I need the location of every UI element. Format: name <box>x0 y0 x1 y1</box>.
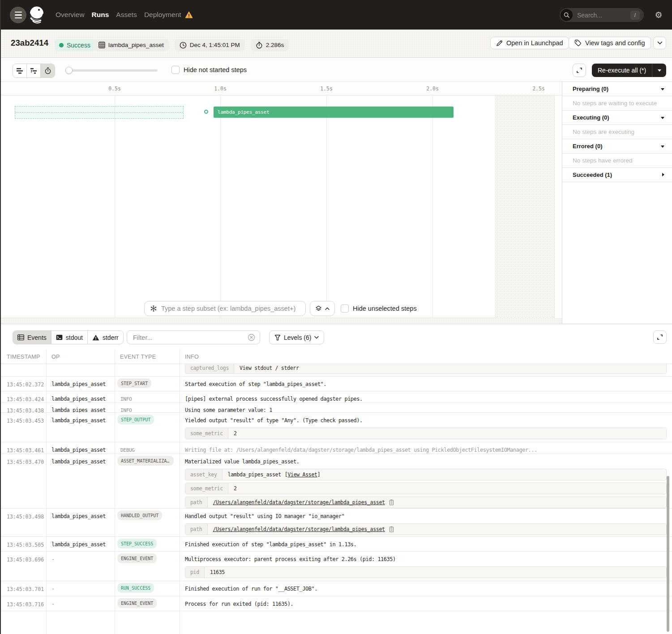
nav-item-assets[interactable]: Assets <box>116 11 137 19</box>
log-row[interactable]: 13:45:03.424lambda_pipes_assetINFO[pipes… <box>0 391 672 403</box>
job-name-tag[interactable]: lambda_pipes_asset <box>94 39 169 51</box>
run-duration-tag: 2.286s <box>251 39 289 51</box>
log-info: Multiprocess executor: parent process ex… <box>185 556 665 562</box>
open-in-launchpad-button[interactable]: Open in Launchpad <box>490 37 569 49</box>
log-op: - <box>51 556 55 562</box>
metadata-entry-pid: pid11635 <box>185 566 667 578</box>
search-icon <box>561 9 573 21</box>
step-subset-input[interactable]: Type a step subset (ex: lambda_pipes_ass… <box>144 301 306 316</box>
metadata-key: some_metric <box>185 483 228 494</box>
col-op: OP <box>51 354 60 360</box>
gantt-bottom-strip <box>0 318 562 324</box>
zoom-slider-knob[interactable] <box>65 67 73 74</box>
metadata-key: captured_logs <box>185 364 234 373</box>
tab-events[interactable]: Events <box>13 331 51 344</box>
pencil-icon <box>496 40 503 47</box>
logs-section: Eventsstdoutstderr Filter... Levels (6) … <box>0 324 672 634</box>
job-grid-icon <box>98 42 105 48</box>
axis-tick: 1.5s <box>320 86 333 92</box>
view-asset-link[interactable]: View Asset <box>287 471 317 478</box>
log-info: Materialized value lambda_pipes_asset. <box>185 458 665 465</box>
log-table-header: TIMESTAMP OP EVENT TYPE INFO <box>0 349 672 364</box>
log-event-type: STEP_SUCCESS <box>117 539 157 550</box>
log-row[interactable]: 13:45:03.438lambda_pipes_assetINFOUsing … <box>0 403 672 413</box>
metadata-value: lambda_pipes_asset[View Asset] <box>223 469 666 480</box>
view-mode-waterfall-button[interactable] <box>27 64 41 77</box>
search-placeholder: Search... <box>577 12 630 19</box>
metadata-key: path <box>185 497 208 508</box>
metadata-entry-captured_logs: captured_logsView stdout / stderr <box>185 364 667 374</box>
log-op: lambda_pipes_asset <box>51 381 106 387</box>
log-info: [pipes] external process successfully op… <box>185 396 665 402</box>
nav-item-overview[interactable]: Overview <box>56 11 85 19</box>
levels-filter-button[interactable]: Levels (6) <box>269 330 324 344</box>
chevron-up-icon <box>325 307 330 310</box>
hamburger-menu-button[interactable] <box>10 7 26 23</box>
tab-stdout[interactable]: stdout <box>51 331 88 344</box>
clock-icon <box>180 42 187 49</box>
search-input[interactable]: Search... / <box>560 8 644 22</box>
view-mode-flat-button[interactable] <box>13 64 27 77</box>
sidebar-section-preparing[interactable]: Preparing (0) <box>562 82 672 96</box>
log-rows: captured_logsView stdout / stderr13:45:0… <box>0 364 672 611</box>
tab-stderr[interactable]: stderr <box>88 331 123 344</box>
axis-tick: 1.0s <box>214 86 227 92</box>
log-row[interactable]: 13:45:03.453lambda_pipes_assetSTEP_OUTPU… <box>0 413 672 442</box>
collapse-icon <box>661 88 664 90</box>
header-more-button[interactable] <box>653 37 666 49</box>
settings-gear-icon[interactable]: ⚙ <box>654 10 663 20</box>
copy-icon[interactable] <box>389 526 394 532</box>
sidebar-section-succeeded[interactable]: Succeeded (1) <box>562 168 672 182</box>
gantt-step-bar[interactable]: lambda_pipes_asset <box>214 107 454 118</box>
log-event-type: ENGINE_EVENT <box>117 553 157 565</box>
nav-item-runs[interactable]: Runs <box>92 11 109 19</box>
metadata-key: path <box>185 524 208 535</box>
log-timestamp: 13:45:03.438 <box>7 407 44 413</box>
view-tags-config-button[interactable]: View tags and config <box>569 37 651 49</box>
dagster-logo-icon[interactable] <box>27 4 46 25</box>
graph-query-toggle-button[interactable] <box>310 301 335 316</box>
log-op: lambda_pipes_asset <box>51 513 106 519</box>
log-row[interactable]: 13:45:03.498lambda_pipes_assetHANDLED_OU… <box>0 509 672 537</box>
hide-unselected-checkbox[interactable] <box>341 304 349 313</box>
nav-item-deployment[interactable]: Deployment <box>144 11 193 19</box>
expand-icon <box>662 173 664 176</box>
logs-fullscreen-button[interactable] <box>653 330 667 344</box>
gantt-section: 0.5s1.0s1.5s2.0s2.5s lambda_pipes_asset … <box>0 82 672 324</box>
op-selector-icon <box>150 305 157 312</box>
log-row[interactable]: 13:45:03.505lambda_pipes_assetSTEP_SUCCE… <box>0 537 672 552</box>
log-timestamp: 13:45:03.716 <box>7 601 44 608</box>
col-info: INFO <box>185 354 199 360</box>
log-row[interactable]: 13:45:03.716-ENGINE_EVENTProcess for run… <box>0 596 672 611</box>
log-event-type: DEBUG <box>120 447 135 453</box>
copy-icon[interactable] <box>389 499 394 505</box>
log-event-type: HANDLED_OUTPUT <box>117 510 162 522</box>
reexecute-dropdown-button[interactable] <box>652 69 666 72</box>
log-row[interactable]: 13:45:03.470lambda_pipes_assetASSET_MATE… <box>0 454 672 509</box>
log-op: - <box>51 601 55 607</box>
log-row[interactable]: 13:45:03.696-ENGINE_EVENTMultiprocess ex… <box>0 552 672 581</box>
clear-filter-icon[interactable] <box>248 334 255 341</box>
zoom-slider[interactable] <box>65 69 158 72</box>
view-mode-duration-button[interactable] <box>41 64 55 77</box>
reexecute-all-button[interactable]: Re-execute all (*) <box>592 64 666 77</box>
log-scrollbar-thumb[interactable] <box>667 476 669 632</box>
metadata-key: some_metric <box>185 428 228 439</box>
log-row[interactable]: 13:45:02.372lambda_pipes_assetSTEP_START… <box>0 377 672 391</box>
sidebar-section-body: No steps are executing <box>562 125 672 139</box>
metadata-key: pid <box>185 567 205 578</box>
gantt-toolbar: Hide not started steps Re-execute all (*… <box>0 58 672 82</box>
hide-unselected-control: Hide unselected steps <box>341 304 417 313</box>
table-icon <box>17 334 24 340</box>
log-row[interactable]: 13:45:03.701-RUN_SUCCESSFinished executi… <box>0 581 672 596</box>
log-row[interactable]: 13:45:03.461lambda_pipes_assetDEBUGWriti… <box>0 442 672 454</box>
collapse-icon <box>661 146 664 148</box>
gantt-fullscreen-button[interactable] <box>573 64 586 77</box>
log-row[interactable]: captured_logsView stdout / stderr <box>0 364 672 377</box>
sidebar-section-executing[interactable]: Executing (0) <box>562 111 672 125</box>
log-filter-input[interactable]: Filter... <box>127 330 260 344</box>
sidebar-section-errored[interactable]: Errored (0) <box>562 139 672 154</box>
metadata-value: 2 <box>228 483 666 494</box>
col-event-type: EVENT TYPE <box>120 354 156 360</box>
hide-not-started-checkbox[interactable] <box>171 66 180 74</box>
